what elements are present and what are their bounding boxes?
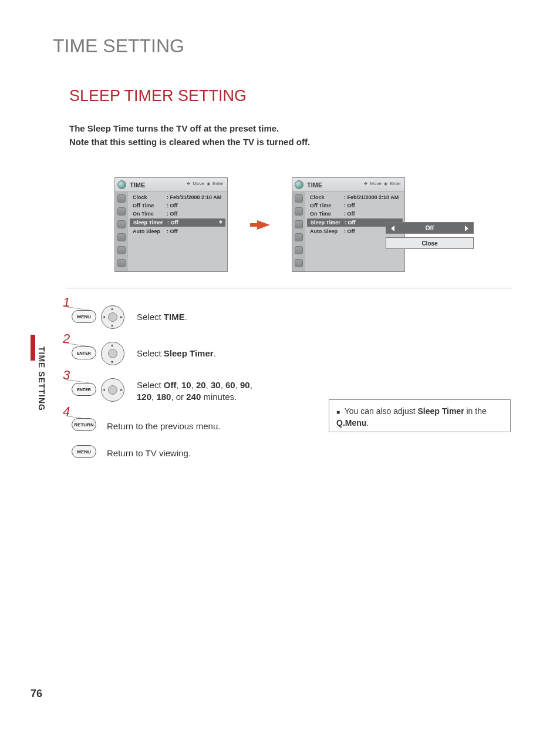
enter-remote-button[interactable]: ENTER <box>72 383 96 396</box>
osd-value: : Off <box>344 203 355 208</box>
step-text: Return to TV viewing. <box>107 447 191 459</box>
osd-row-clock: Clock : Feb/21/2008 2:10 AM <box>128 193 227 201</box>
t: , <box>191 380 196 390</box>
menu-icon <box>117 246 126 254</box>
osd-value: : Off <box>167 203 178 208</box>
osd-label: Clock <box>310 194 344 200</box>
menu-icon <box>117 207 126 216</box>
chevron-down-icon: ▾ <box>111 359 113 365</box>
menu-remote-button[interactable]: MENU <box>72 310 96 323</box>
osd-row-ontime: On Time : Off <box>128 210 227 218</box>
osd-label: On Time <box>310 211 344 217</box>
osd-row-offtime: Off Time : Off <box>128 201 227 210</box>
t-bold: TIME <box>164 312 185 322</box>
arrow-right-icon <box>257 220 270 230</box>
nav-center <box>108 312 117 322</box>
nav-pad-all[interactable]: ▴ ▾ ◂ ▸ <box>101 305 124 329</box>
t: ENTER <box>77 388 91 392</box>
close-button[interactable]: Close <box>386 237 474 249</box>
osd-value: : Feb/21/2008 2:10 AM <box>167 194 221 200</box>
move-icon: ✥ <box>187 181 190 186</box>
intro-text-line2: Note that this setting is cleared when t… <box>69 137 310 147</box>
menu-icon <box>117 259 126 267</box>
osd-row-autosleep: Auto Sleep : Off <box>128 227 227 235</box>
osd-title: TIME <box>307 181 322 189</box>
step-1: 1 MENU ▴ ▾ ◂ ▸ Select TIME. <box>63 297 309 334</box>
nav-pad-updown[interactable]: ▴ ▾ ◂▸ <box>101 342 124 365</box>
chevron-up-icon: ▴ <box>111 306 113 311</box>
chevron-right-icon <box>465 226 468 231</box>
menu-remote-button[interactable]: MENU <box>72 445 96 458</box>
t: , <box>221 380 225 390</box>
return-remote-button[interactable]: RETURN <box>72 418 96 431</box>
osd-label: Auto Sleep <box>310 228 344 234</box>
enter-hint: Enter <box>212 181 224 186</box>
move-hint: Move <box>370 181 382 186</box>
menu-icon <box>295 194 303 203</box>
step-3: 3 ENTER ▴▾ ◂ ▸ Select Off, 10, 20, 30, 6… <box>63 370 309 406</box>
t: Select <box>137 348 164 358</box>
t-bold: 20 <box>196 380 206 390</box>
osd-label: Sleep Timer <box>311 220 345 226</box>
t: . <box>366 418 369 428</box>
osd-panel-before: TIME ✥ Move ◉ Enter Clock : Feb/21/2008 … <box>114 177 228 272</box>
close-label: Close <box>421 240 437 247</box>
osd-value: : Off <box>167 220 178 226</box>
osd-value: : Off <box>344 211 355 217</box>
t-bold: 90 <box>240 380 250 390</box>
t: Select <box>137 312 164 322</box>
chevron-left-icon <box>391 226 394 231</box>
osd-icon-column <box>115 192 128 271</box>
osd-value: : Off <box>167 228 178 234</box>
step-2: 2 ENTER ▴ ▾ ◂▸ Select Sleep Timer. <box>63 334 309 370</box>
osd-value: : Off <box>167 211 178 217</box>
t-bold: 10 <box>181 380 191 390</box>
osd-value: : Feb/21/2008 2:10 AM <box>344 194 399 200</box>
osd-icon-column <box>292 192 305 271</box>
t-bold: Sleep Timer <box>164 348 214 358</box>
enter-remote-button[interactable]: ENTER <box>72 346 96 359</box>
osd-label: Clock <box>133 194 167 200</box>
step-4: 4 RETURN Return to the previous menu. <box>63 406 309 439</box>
chevron-down-icon: ▾ <box>111 323 113 328</box>
t: You can also adjust <box>345 406 418 416</box>
instruction-steps: 1 MENU ▴ ▾ ◂ ▸ Select TIME. 2 ENTER ▴ ▾ … <box>63 297 309 472</box>
move-hint: Move <box>193 181 204 186</box>
t-bold: 30 <box>211 380 221 390</box>
step-number: 4 <box>63 404 70 419</box>
osd-label: Sleep Timer <box>133 220 167 226</box>
sleep-timer-option-selector[interactable]: Off <box>386 222 474 234</box>
section-tab <box>31 335 35 361</box>
step-number: 1 <box>63 295 70 310</box>
intro-text-line1: The Sleep Time turns the TV off at the p… <box>69 123 279 133</box>
menu-icon <box>117 194 126 203</box>
enter-hint: Enter <box>390 181 401 186</box>
chevron-right-icon: ▸ <box>120 314 123 319</box>
enter-icon: ◉ <box>207 181 210 186</box>
nav-pad-leftright[interactable]: ▴▾ ◂ ▸ <box>101 378 124 402</box>
menu-icon <box>295 220 303 228</box>
step-5: MENU Return to TV viewing. <box>63 439 309 472</box>
page-number: 76 <box>31 688 42 700</box>
tip-note-box: ■ You can also adjust Sleep Timer in the… <box>329 399 511 432</box>
chevron-right-icon: ▸ <box>120 387 123 392</box>
sleep-timer-option-value: Off <box>426 225 434 231</box>
step-text: Select TIME. <box>137 311 187 323</box>
enter-dot-icon <box>218 220 223 224</box>
osd-label: Off Time <box>133 203 167 208</box>
t: in the <box>464 406 487 416</box>
osd-row-ontime: On Time : Off <box>305 210 404 218</box>
menu-icon <box>295 207 303 216</box>
step-number: 2 <box>63 331 70 346</box>
t: , <box>206 380 211 390</box>
t-bold: 60 <box>225 380 235 390</box>
clock-icon <box>117 180 126 189</box>
divider <box>66 288 513 288</box>
nav-center <box>108 385 117 395</box>
menu-icon <box>295 246 303 254</box>
osd-label: On Time <box>133 211 167 217</box>
osd-row-clock: Clock : Feb/21/2008 2:10 AM <box>305 193 404 201</box>
osd-row-sleep-timer-selected[interactable]: Sleep Timer : Off <box>130 218 225 227</box>
t: . <box>185 312 187 322</box>
page-title: TIME SETTING <box>53 35 184 57</box>
